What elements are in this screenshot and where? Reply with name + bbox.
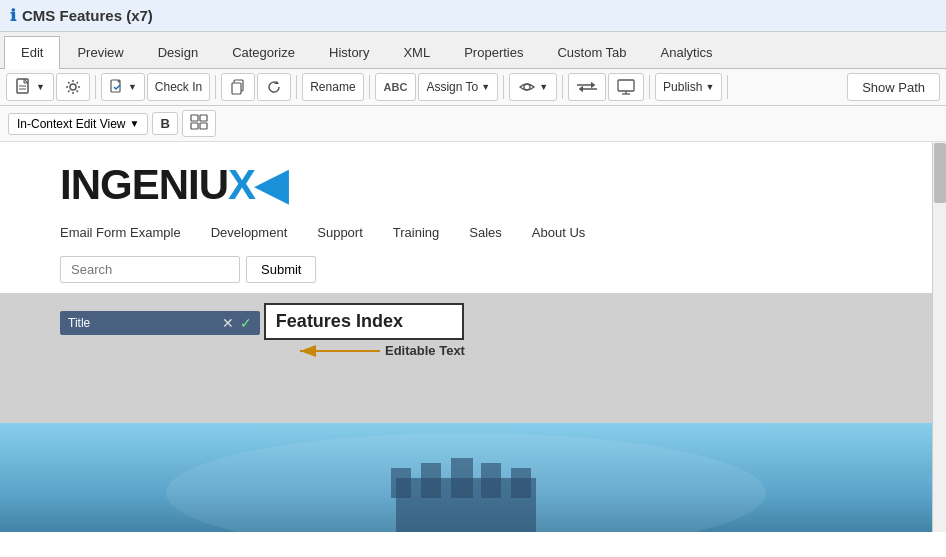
tab-properties[interactable]: Properties bbox=[447, 36, 540, 68]
tag-close-icon[interactable]: ✕ bbox=[222, 315, 234, 331]
search-bar: Submit bbox=[0, 246, 932, 293]
page-dropdown-arrow: ▼ bbox=[36, 82, 45, 92]
svg-rect-24 bbox=[481, 463, 501, 498]
monitor-btn[interactable] bbox=[608, 73, 644, 101]
checkin-arrow: ▼ bbox=[128, 82, 137, 92]
eye-icon bbox=[518, 79, 536, 95]
sep8 bbox=[727, 75, 728, 99]
tab-categorize[interactable]: Categorize bbox=[215, 36, 312, 68]
tab-preview[interactable]: Preview bbox=[60, 36, 140, 68]
image-inner bbox=[0, 423, 932, 532]
svg-rect-21 bbox=[391, 468, 411, 498]
tab-custom[interactable]: Custom Tab bbox=[540, 36, 643, 68]
svg-rect-10 bbox=[618, 80, 634, 91]
copy-btn[interactable] bbox=[221, 73, 255, 101]
abc-label: ABC bbox=[384, 81, 408, 93]
svg-rect-13 bbox=[191, 115, 198, 121]
title-tag-label: Title bbox=[68, 316, 90, 330]
logo-text: INGENIUX◀ bbox=[60, 161, 286, 208]
publish-arrow: ▼ bbox=[705, 82, 714, 92]
rename-btn[interactable]: Rename bbox=[302, 73, 363, 101]
bold-view-btn[interactable]: B bbox=[152, 112, 177, 135]
logo-area: INGENIUX◀ bbox=[0, 142, 932, 219]
preview-scrollbar[interactable] bbox=[932, 142, 946, 532]
sep3 bbox=[296, 75, 297, 99]
castle-svg bbox=[0, 423, 932, 532]
features-index-text: Features Index bbox=[276, 311, 403, 331]
gear-icon bbox=[65, 79, 81, 95]
svg-rect-6 bbox=[232, 83, 241, 94]
page-title: CMS Features (x7) bbox=[22, 7, 153, 24]
toolbar: ▼ ▼ Check In Rename A bbox=[0, 69, 946, 106]
view-chevron-icon: ▼ bbox=[130, 118, 140, 129]
refresh-icon bbox=[266, 79, 282, 95]
checkin-icon bbox=[109, 79, 125, 95]
page-icon bbox=[15, 78, 33, 96]
copy-icon bbox=[230, 79, 246, 95]
submit-btn[interactable]: Submit bbox=[246, 256, 316, 283]
show-path-btn[interactable]: Show Path bbox=[847, 73, 940, 101]
tab-history[interactable]: History bbox=[312, 36, 386, 68]
eye-arrow: ▼ bbox=[539, 82, 548, 92]
settings-btn[interactable] bbox=[56, 73, 90, 101]
sep4 bbox=[369, 75, 370, 99]
nav-development[interactable]: Development bbox=[211, 225, 288, 240]
title-tag-bar: Title ✕ ✓ bbox=[60, 311, 260, 335]
tab-analytics[interactable]: Analytics bbox=[644, 36, 730, 68]
sep5 bbox=[503, 75, 504, 99]
nav-training[interactable]: Training bbox=[393, 225, 439, 240]
tab-edit[interactable]: Edit bbox=[4, 36, 60, 69]
arrow-btn[interactable] bbox=[568, 73, 606, 101]
editable-text-label: Editable Text bbox=[385, 343, 466, 358]
nav-email-form[interactable]: Email Form Example bbox=[60, 225, 181, 240]
nav-bar: Email Form Example Development Support T… bbox=[0, 219, 932, 246]
sep7 bbox=[649, 75, 650, 99]
nav-sales[interactable]: Sales bbox=[469, 225, 502, 240]
tab-design[interactable]: Design bbox=[141, 36, 215, 68]
image-placeholder bbox=[0, 423, 932, 532]
svg-rect-25 bbox=[511, 468, 531, 498]
sep1 bbox=[95, 75, 96, 99]
sep2 bbox=[215, 75, 216, 99]
checkin-btn[interactable]: Check In bbox=[147, 73, 210, 101]
svg-rect-22 bbox=[421, 463, 441, 498]
tab-bar: Edit Preview Design Categorize History X… bbox=[0, 32, 946, 69]
svg-rect-15 bbox=[191, 123, 198, 129]
publish-btn[interactable]: Publish ▼ bbox=[655, 73, 722, 101]
transfer-icon bbox=[577, 80, 597, 94]
sep6 bbox=[562, 75, 563, 99]
title-editor-area: Title ✕ ✓ Features Index Editable Text bbox=[0, 293, 932, 423]
info-icon: ℹ bbox=[10, 6, 16, 25]
nav-support[interactable]: Support bbox=[317, 225, 363, 240]
assign-to-btn[interactable]: Assign To ▼ bbox=[418, 73, 498, 101]
nav-about-us[interactable]: About Us bbox=[532, 225, 585, 240]
tab-xml[interactable]: XML bbox=[386, 36, 447, 68]
scroll-thumb[interactable] bbox=[934, 143, 946, 203]
grid-view-btn[interactable] bbox=[182, 110, 216, 137]
preview-icon-btn[interactable]: ▼ bbox=[509, 73, 557, 101]
page-icon-btn[interactable]: ▼ bbox=[6, 73, 54, 101]
editable-arrow-svg: Editable Text bbox=[290, 331, 510, 371]
view-select-dropdown[interactable]: In-Context Edit View ▼ bbox=[8, 113, 148, 135]
svg-point-3 bbox=[70, 84, 76, 90]
view-label: In-Context Edit View bbox=[17, 117, 126, 131]
svg-rect-14 bbox=[200, 115, 207, 121]
tag-check-icon[interactable]: ✓ bbox=[240, 315, 252, 331]
svg-rect-16 bbox=[200, 123, 207, 129]
refresh-btn[interactable] bbox=[257, 73, 291, 101]
search-input[interactable] bbox=[60, 256, 240, 283]
sub-toolbar: In-Context Edit View ▼ B bbox=[0, 106, 946, 142]
spell-btn[interactable]: ABC bbox=[375, 73, 417, 101]
checkin-group[interactable]: ▼ bbox=[101, 73, 145, 101]
preview-area: INGENIUX◀ Email Form Example Development… bbox=[0, 142, 946, 532]
monitor-icon bbox=[617, 79, 635, 95]
svg-rect-23 bbox=[451, 458, 473, 498]
assign-arrow: ▼ bbox=[481, 82, 490, 92]
title-bar: ℹ CMS Features (x7) bbox=[0, 0, 946, 32]
grid-icon bbox=[190, 114, 208, 130]
